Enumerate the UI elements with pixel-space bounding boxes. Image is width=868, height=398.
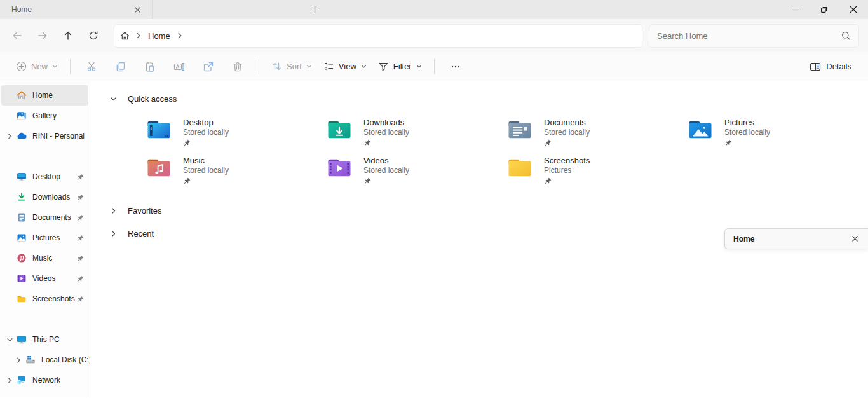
pictures-icon bbox=[17, 233, 27, 243]
sort-button[interactable]: Sort bbox=[266, 56, 318, 78]
delete-button[interactable] bbox=[226, 56, 249, 78]
paste-button[interactable] bbox=[139, 56, 161, 78]
tile-title: Videos bbox=[363, 156, 409, 166]
minimize-button[interactable] bbox=[780, 0, 810, 19]
chevron-down-icon bbox=[52, 64, 58, 69]
filter-button[interactable]: Filter bbox=[372, 56, 428, 78]
tile-downloads[interactable]: DownloadsStored locally bbox=[327, 118, 507, 148]
refresh-button[interactable] bbox=[81, 24, 106, 47]
sidebar-item-videos[interactable]: Videos bbox=[1, 268, 88, 289]
forward-button[interactable] bbox=[30, 24, 55, 47]
search-icon[interactable] bbox=[841, 31, 851, 41]
filter-button-label: Filter bbox=[393, 62, 412, 71]
tab-label: Home bbox=[11, 5, 129, 14]
section-label: Favorites bbox=[128, 206, 161, 216]
chevron-right-icon[interactable] bbox=[177, 32, 183, 39]
sidebar-item-label: Desktop bbox=[32, 172, 60, 181]
sidebar-item-home[interactable]: Home bbox=[1, 85, 88, 106]
filter-funnel-icon bbox=[378, 61, 389, 72]
search-input[interactable]: Search Home bbox=[649, 24, 859, 48]
tile-screenshots[interactable]: ScreenshotsPictures bbox=[507, 156, 688, 186]
rename-button[interactable] bbox=[168, 56, 191, 78]
view-button-label: View bbox=[339, 62, 356, 71]
sidebar-item-downloads[interactable]: Downloads bbox=[1, 187, 88, 207]
sidebar-item-desktop[interactable]: Desktop bbox=[1, 167, 88, 187]
tile-text: PicturesStored locally bbox=[724, 118, 770, 148]
maximize-restore-button[interactable] bbox=[810, 0, 839, 19]
pin-icon bbox=[363, 177, 372, 185]
section-quick-access[interactable]: Quick access bbox=[109, 91, 868, 106]
sidebar-item-gallery[interactable]: Gallery bbox=[1, 106, 88, 126]
screenshots-icon bbox=[17, 294, 27, 304]
details-pane-icon bbox=[810, 61, 821, 72]
folder-documents-icon bbox=[507, 119, 532, 141]
tab-home[interactable]: Home bbox=[0, 0, 153, 19]
tile-videos[interactable]: VideosStored locally bbox=[327, 156, 507, 186]
chevron-right-icon[interactable] bbox=[135, 32, 142, 39]
tab-close-icon[interactable] bbox=[129, 3, 146, 16]
back-button[interactable] bbox=[4, 24, 30, 47]
section-favorites[interactable]: Favorites bbox=[109, 203, 868, 218]
tile-music[interactable]: MusicStored locally bbox=[146, 156, 327, 186]
tile-text: DocumentsStored locally bbox=[544, 118, 590, 148]
sidebar-item-label: Gallery bbox=[32, 111, 57, 120]
sidebar: HomeGalleryRINI - PersonalDesktopDownloa… bbox=[0, 81, 90, 397]
pin-icon bbox=[183, 177, 191, 185]
tooltip-label: Home bbox=[733, 235, 848, 244]
cut-button[interactable] bbox=[80, 56, 103, 78]
chevron-slot bbox=[4, 254, 15, 262]
close-button[interactable] bbox=[839, 0, 868, 19]
breadcrumb-item[interactable]: Home bbox=[147, 31, 172, 41]
chevron-right-icon[interactable] bbox=[109, 230, 118, 238]
address-bar[interactable]: Home bbox=[114, 24, 642, 48]
tile-text: VideosStored locally bbox=[363, 156, 409, 186]
sidebar-item-label: Downloads bbox=[32, 193, 70, 202]
sidebar-item-pictures[interactable]: Pictures bbox=[1, 228, 88, 248]
sidebar-item-network[interactable]: Network bbox=[1, 370, 88, 390]
chevron-right-icon[interactable] bbox=[4, 376, 15, 384]
gallery-icon bbox=[17, 111, 27, 121]
chevron-down-icon bbox=[416, 64, 422, 69]
tile-subtitle: Stored locally bbox=[363, 128, 409, 137]
tile-pictures[interactable]: PicturesStored locally bbox=[688, 118, 868, 148]
breadcrumb-home-icon[interactable] bbox=[119, 31, 130, 41]
sidebar-item-screenshots[interactable]: Screenshots bbox=[1, 289, 88, 309]
sidebar-item-this-pc[interactable]: This PC bbox=[1, 329, 88, 350]
chevron-down-icon[interactable] bbox=[4, 336, 15, 343]
navigation-bar: Home Search Home bbox=[0, 19, 868, 52]
copy-button[interactable] bbox=[109, 56, 132, 78]
new-button[interactable]: New bbox=[10, 56, 64, 78]
chevron-right-icon[interactable] bbox=[109, 207, 118, 215]
tile-documents[interactable]: DocumentsStored locally bbox=[507, 118, 688, 148]
tile-desktop[interactable]: DesktopStored locally bbox=[146, 118, 327, 148]
chevron-slot bbox=[4, 193, 15, 201]
details-button[interactable]: Details bbox=[803, 56, 858, 78]
share-button[interactable] bbox=[197, 56, 220, 78]
section-label: Quick access bbox=[128, 94, 177, 104]
pin-icon bbox=[544, 177, 552, 185]
pin-icon bbox=[363, 139, 372, 147]
sort-arrows-icon bbox=[271, 61, 282, 72]
sidebar-group: This PCLocal Disk (C:)Network bbox=[0, 329, 90, 390]
network-icon bbox=[17, 375, 27, 385]
sidebar-item-music[interactable]: Music bbox=[1, 248, 88, 268]
more-button[interactable] bbox=[444, 56, 467, 78]
chevron-down-icon bbox=[306, 64, 312, 69]
tile-text: DesktopStored locally bbox=[183, 118, 229, 148]
chevron-down-icon[interactable] bbox=[109, 95, 118, 103]
home-icon bbox=[17, 90, 27, 100]
sidebar-item-label: Documents bbox=[32, 213, 71, 222]
chevron-right-icon[interactable] bbox=[13, 356, 24, 364]
sidebar-group: DesktopDownloadsDocumentsPicturesMusicVi… bbox=[0, 167, 90, 309]
sidebar-item-local-disk-c[interactable]: Local Disk (C:) bbox=[1, 350, 88, 370]
tile-text: MusicStored locally bbox=[183, 156, 229, 186]
folder-videos-icon bbox=[327, 157, 352, 179]
view-button[interactable]: View bbox=[318, 56, 372, 78]
sidebar-item-documents[interactable]: Documents bbox=[1, 207, 88, 228]
sidebar-item-rini-personal[interactable]: RINI - Personal bbox=[1, 126, 88, 146]
up-button[interactable] bbox=[55, 24, 81, 47]
tooltip-close-icon[interactable] bbox=[848, 232, 862, 246]
chevron-right-icon[interactable] bbox=[4, 132, 15, 140]
new-tab-button[interactable] bbox=[304, 0, 325, 19]
tile-subtitle: Stored locally bbox=[183, 166, 229, 175]
